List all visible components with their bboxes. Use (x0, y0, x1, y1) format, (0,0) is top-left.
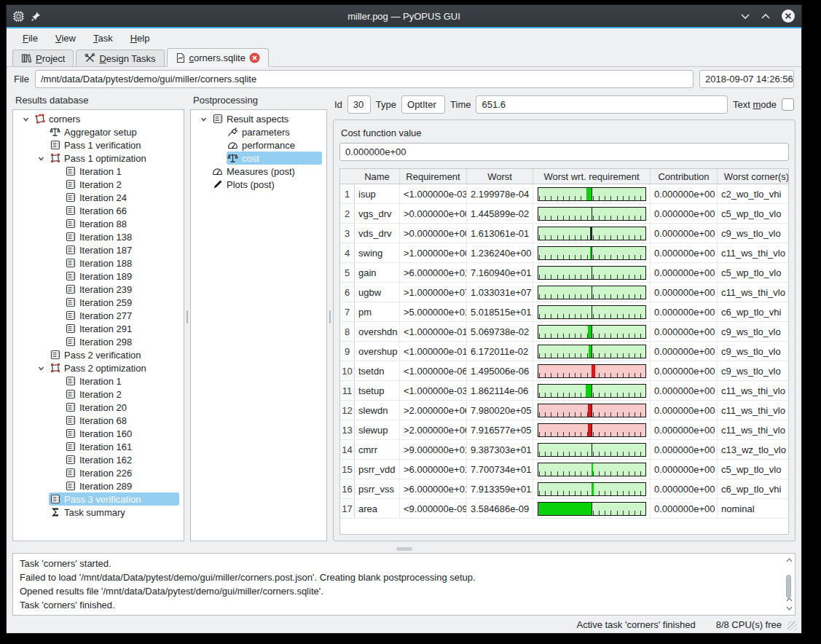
requirement-cell[interactable]: <1.000000e-01 (400, 342, 467, 361)
table-row[interactable]: 12 slewdn >2.000000e+06 7.980020e+05 0.0… (340, 401, 788, 420)
tree-item[interactable]: Iteration 188 (13, 256, 184, 270)
table-row[interactable]: 5 gain >6.000000e+01 7.160940e+01 0.0000… (340, 263, 788, 283)
requirement-cell[interactable]: >9.000000e+01 (400, 440, 467, 459)
header-requirement[interactable]: Requirement (400, 169, 467, 184)
splitter-mid[interactable] (327, 92, 333, 541)
contribution-cell[interactable]: 0.000000e+00 (651, 381, 718, 400)
requirement-cell[interactable]: >0.000000e+00 (400, 224, 467, 243)
tree-item[interactable]: Task summary (13, 506, 184, 519)
table-row[interactable]: 1 isup <1.000000e-03 2.199978e-04 0.0000… (340, 184, 788, 204)
worst-cell[interactable]: 1.445899e-02 (467, 204, 533, 223)
worst-wrt-requirement-cell[interactable] (533, 401, 651, 420)
contribution-cell[interactable]: 0.000000e+00 (651, 499, 718, 518)
requirement-cell[interactable]: <1.000000e-06 (400, 361, 467, 380)
tree-item[interactable]: Iteration 2 (13, 178, 184, 191)
requirement-cell[interactable]: >6.000000e+01 (400, 479, 467, 498)
name-cell[interactable]: overshdn (355, 322, 400, 341)
tab-design-tasks[interactable]: Design Tasks (76, 50, 164, 66)
worst-cell[interactable]: 1.613061e-01 (467, 224, 533, 243)
table-row[interactable]: 4 swing >1.000000e+00 1.236240e+00 0.000… (340, 243, 788, 263)
worst-corner-cell[interactable]: c9_ws_tlo_vlo (718, 322, 789, 341)
tree-item[interactable]: Iteration 66 (13, 204, 184, 217)
tree-item[interactable]: Pass 1 optimization (13, 152, 184, 165)
requirement-cell[interactable]: >2.000000e+06 (400, 401, 467, 420)
tree-item[interactable]: Iteration 187 (13, 243, 184, 256)
scrollbar-track[interactable] (784, 565, 794, 595)
cost-value-field[interactable]: 0.000000e+00 (339, 143, 789, 161)
worst-corner-cell[interactable]: c11_ws_thi_vlo (718, 401, 789, 420)
header-name[interactable]: Name (355, 169, 400, 184)
expander-icon[interactable] (195, 115, 211, 123)
name-cell[interactable]: vds_drv (355, 224, 400, 243)
scroll-down-icon[interactable] (786, 604, 793, 613)
worst-cell[interactable]: 6.172011e-02 (467, 342, 533, 361)
name-cell[interactable]: ugbw (355, 283, 400, 302)
worst-cell[interactable]: 1.033031e+07 (467, 283, 533, 302)
worst-cell[interactable]: 7.980020e+05 (467, 401, 533, 420)
menu-help[interactable]: Help (123, 31, 157, 46)
tree-item[interactable]: Iteration 1 (13, 165, 184, 178)
text-mode-checkbox[interactable] (782, 98, 794, 111)
tab-close-icon[interactable] (249, 52, 260, 63)
contribution-cell[interactable]: 0.000000e+00 (651, 460, 718, 479)
expander-icon[interactable] (33, 154, 49, 162)
table-row[interactable]: 8 overshdn <1.000000e-01 5.069738e-02 0.… (340, 322, 788, 342)
tree-item[interactable]: Iteration 160 (13, 427, 184, 440)
worst-corner-cell[interactable]: c13_wz_tlo_vlo (718, 440, 789, 459)
tree-item[interactable]: Measures (post) (191, 165, 326, 178)
contribution-cell[interactable]: 0.000000e+00 (651, 302, 718, 321)
worst-wrt-requirement-cell[interactable] (533, 224, 651, 243)
contribution-cell[interactable]: 0.000000e+00 (651, 243, 718, 262)
tree-item[interactable]: cost (191, 152, 326, 165)
requirement-cell[interactable]: >0.000000e+00 (400, 204, 467, 223)
minimize-icon[interactable] (740, 13, 750, 20)
header-worst-corners[interactable]: Worst corner(s) (718, 169, 789, 184)
tree-item[interactable]: Iteration 88 (13, 217, 184, 230)
tree-item[interactable]: Pass 2 verification (13, 348, 184, 361)
worst-corner-cell[interactable]: c9_ws_tlo_vlo (718, 361, 789, 380)
requirement-cell[interactable]: >2.000000e+06 (400, 420, 467, 439)
expander-icon[interactable] (33, 364, 49, 372)
name-cell[interactable]: swing (355, 243, 400, 262)
table-row[interactable]: 11 tsetup <1.000000e-03 1.862114e-06 0.0… (340, 381, 788, 401)
tab-project[interactable]: Project (12, 50, 74, 66)
requirement-cell[interactable]: <1.000000e-01 (400, 322, 467, 341)
tree-item[interactable]: Iteration 189 (13, 270, 184, 283)
worst-wrt-requirement-cell[interactable] (533, 322, 651, 341)
maximize-icon[interactable] (761, 13, 771, 20)
table-row[interactable]: 2 vgs_drv >0.000000e+00 1.445899e-02 0.0… (340, 204, 788, 224)
table-row[interactable]: 7 pm >5.000000e+01 5.018515e+01 0.000000… (340, 302, 788, 322)
id-field[interactable]: 30 (347, 95, 371, 114)
header-contribution[interactable]: Contribution (651, 169, 718, 184)
name-cell[interactable]: tsetdn (355, 361, 400, 380)
table-row[interactable]: 17 area <9.000000e-09 3.584686e-09 0.000… (340, 499, 788, 519)
type-field[interactable]: OptIter (401, 95, 445, 114)
requirement-cell[interactable]: <9.000000e-09 (400, 499, 467, 518)
header-worst[interactable]: Worst (467, 169, 533, 184)
table-row[interactable]: 10 tsetdn <1.000000e-06 1.495006e-06 0.0… (340, 361, 788, 381)
tree-item[interactable]: Iteration 2 (13, 388, 184, 401)
worst-cell[interactable]: 2.199978e-04 (467, 184, 533, 203)
contribution-cell[interactable]: 0.000000e+00 (651, 342, 718, 361)
contribution-cell[interactable]: 0.000000e+00 (651, 263, 718, 282)
table-row[interactable]: 3 vds_drv >0.000000e+00 1.613061e-01 0.0… (340, 224, 788, 243)
resize-grip[interactable] (787, 621, 797, 631)
menu-file[interactable]: File (15, 31, 45, 46)
worst-corner-cell[interactable]: nominal (718, 499, 789, 518)
name-cell[interactable]: cmrr (355, 440, 400, 459)
tree-item[interactable]: Iteration 1 (13, 374, 184, 388)
requirement-cell[interactable]: >6.000000e+01 (400, 460, 467, 479)
name-cell[interactable]: gain (355, 263, 400, 282)
expander-icon[interactable] (17, 115, 34, 123)
requirement-cell[interactable]: >5.000000e+01 (400, 302, 467, 321)
contribution-cell[interactable]: 0.000000e+00 (651, 361, 718, 380)
postprocessing-tree[interactable]: Result aspects parameters performance (190, 109, 327, 541)
worst-wrt-requirement-cell[interactable] (533, 381, 651, 400)
requirement-cell[interactable]: >1.000000e+00 (400, 243, 467, 262)
pin-icon[interactable] (31, 11, 42, 22)
file-path-input[interactable]: /mnt/data/Data/pytest/demo/gui/miller/co… (35, 70, 694, 88)
worst-cell[interactable]: 1.236240e+00 (467, 243, 533, 262)
name-cell[interactable]: pm (355, 302, 400, 321)
worst-corner-cell[interactable]: c5_wp_tlo_vlo (718, 263, 789, 282)
contribution-cell[interactable]: 0.000000e+00 (651, 224, 718, 243)
